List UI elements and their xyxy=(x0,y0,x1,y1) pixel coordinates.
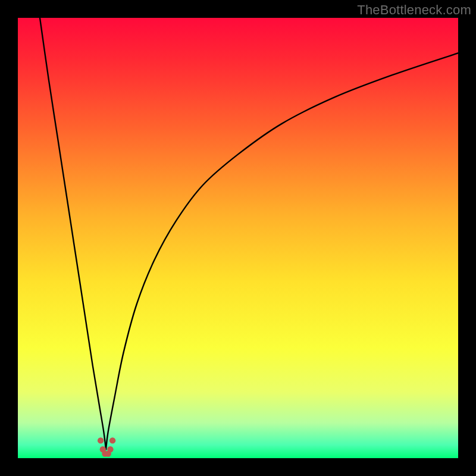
cusp-marker-dot xyxy=(98,437,104,443)
cusp-marker-dot xyxy=(109,437,115,443)
chart-svg xyxy=(18,18,458,458)
gradient-background xyxy=(18,18,458,458)
chart-frame: TheBottleneck.com xyxy=(0,0,476,476)
attribution-text: TheBottleneck.com xyxy=(357,2,471,18)
cusp-marker-dot xyxy=(107,446,113,452)
plot-area xyxy=(18,18,458,458)
